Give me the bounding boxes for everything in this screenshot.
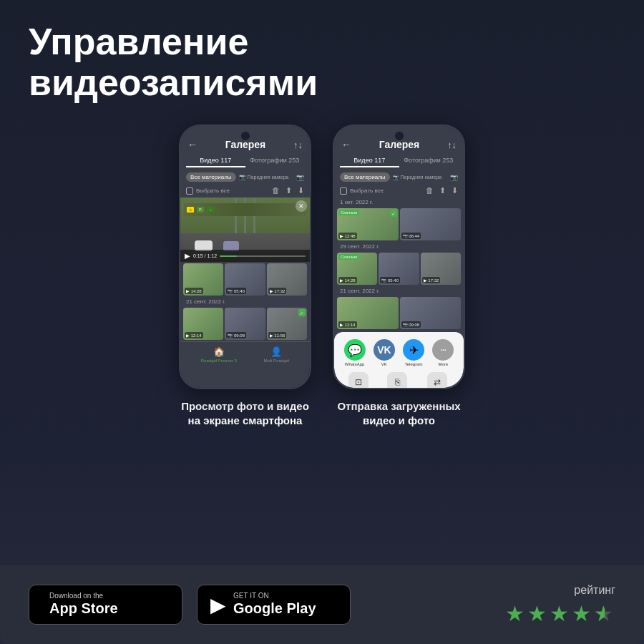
phone2-thumb-6[interactable]: ▶ 12:14 xyxy=(337,297,399,329)
phone2-downloading-badge2: Скачано xyxy=(338,254,359,260)
app-store-button[interactable]: Download on the App Store xyxy=(29,585,182,625)
phone1-tab-photos[interactable]: Фотографии 253 xyxy=(245,155,305,167)
google-play-icon: ▶ xyxy=(210,593,226,617)
share-action-transfer[interactable]: ⇄ Передатьна устройство xyxy=(426,372,449,388)
star-3: ★ xyxy=(550,601,569,626)
share-vk[interactable]: VK VK xyxy=(374,339,395,366)
phone2-thumb-1[interactable]: Скачано ✓ ▶ 12:48 xyxy=(337,208,399,240)
phone2-tabs: Видео 117 Фотографии 253 xyxy=(334,155,464,170)
phone2-thumb-row2: ▶ 14:28 Скачано 📷 05:40 ▶ 17:32 xyxy=(334,251,464,286)
phone2-thumb-2-label: 📷 06:44 xyxy=(401,233,421,239)
phone1-back[interactable]: ← xyxy=(187,139,197,150)
phone2-thumb-2[interactable]: 📷 06:44 xyxy=(400,208,462,240)
phone1-home-icon[interactable]: 🏠 xyxy=(213,346,225,357)
phone1-thumb-5[interactable]: 📷 09:08 xyxy=(225,308,265,340)
page: Управление видеозаписями ← Галерея ↑↓ xyxy=(0,0,644,644)
phone2-thumb-7-label: 📷 09:08 xyxy=(401,321,421,328)
phone1-footer-label1: Roadgid Premier 3 xyxy=(201,358,237,363)
phone1-sort-icon[interactable]: ↑↓ xyxy=(293,140,303,150)
phone1-thumb-6-label: ▶ 11:56 xyxy=(268,332,287,338)
phone2-back[interactable]: ← xyxy=(341,139,351,150)
phone2-thumb-3[interactable]: ▶ 14:28 Скачано xyxy=(337,253,377,285)
rating-section: рейтинг ★ ★ ★ ★ ★ ★ ★ xyxy=(505,584,615,626)
phone2-caption: Отправка загруженныхвидео и фото xyxy=(337,399,460,427)
phone2-share-icon[interactable]: ⬆ xyxy=(439,186,446,195)
phone1-section-date: 21 сент. 2022 г. xyxy=(180,297,310,306)
more-icon: ··· xyxy=(432,339,454,361)
phone1-thumb-row1: ▶ 14:28 📷 05:40 ▶ 17:32 xyxy=(180,262,310,297)
phone2-thumb-4-label: 📷 05:40 xyxy=(380,277,400,283)
phone1-share-icon[interactable]: ⬆ xyxy=(286,186,292,195)
phone1-thumb-2[interactable]: 📷 05:40 xyxy=(225,263,265,296)
share-action-copy[interactable]: ⎘ Скопировать xyxy=(386,372,408,388)
phone1-notch xyxy=(241,132,250,140)
phone1-progress-bar[interactable] xyxy=(220,255,306,257)
phone1-thumb-5-label: 📷 09:08 xyxy=(226,332,246,338)
phone2: ← Галерея ↑↓ Видео 117 Фотографии 253 Вс… xyxy=(333,125,465,389)
phone2-thumb-row3: ▶ 12:14 📷 09:08 xyxy=(334,296,464,331)
phone2-select-checkbox[interactable] xyxy=(340,187,347,195)
phone2-date1: 1 окт. 2022 г. xyxy=(334,197,464,207)
share-whatsapp[interactable]: 💬 WhatsApp xyxy=(344,339,366,366)
telegram-label: Telegram xyxy=(405,362,423,366)
phone1-filters: Все материалы 📷Передняя камера 📷 xyxy=(180,170,310,184)
phone1-delete-icon[interactable]: 🗑 xyxy=(272,186,280,195)
whatsapp-label: WhatsApp xyxy=(345,362,365,366)
phone1-download-icon[interactable]: ⬇ xyxy=(298,186,304,195)
phone2-delete-icon[interactable]: 🗑 xyxy=(426,186,434,195)
phone1-select-all-label: Выбрать все xyxy=(196,187,230,194)
phone2-date2: 29 сент. 2022 г. xyxy=(334,242,464,251)
phone1-select-checkbox[interactable] xyxy=(186,187,193,195)
phone1-video-player[interactable]: ⚠ П → ✕ ▶ 0:15 / 1:12 xyxy=(180,197,310,262)
phone2-sort-icon[interactable]: ↑↓ xyxy=(447,140,457,150)
phone1-profile-icon[interactable]: 👤 xyxy=(270,346,282,357)
phone2-filters: Все материалы 📷 Передняя камера 📷 xyxy=(334,170,464,184)
google-play-button[interactable]: ▶ GET IT ON Google Play xyxy=(197,585,351,625)
phones-area: ← Галерея ↑↓ Видео 117 Фотографии 253 Вс… xyxy=(0,117,644,565)
phone2-date3: 21 сент. 2022 г. xyxy=(334,286,464,296)
phone2-thumb-4[interactable]: 📷 05:40 xyxy=(379,253,419,285)
phone1-thumb-4[interactable]: ▶ 12:14 xyxy=(183,308,223,340)
phone2-filter-cam[interactable]: 📷 Передняя камера xyxy=(393,175,442,180)
phone1-thumb-1[interactable]: ▶ 14:28 xyxy=(183,263,223,296)
star-4: ★ xyxy=(572,601,591,626)
star-1: ★ xyxy=(505,601,525,626)
header-section: Управление видеозаписями xyxy=(0,0,644,117)
phone2-title: Галерея xyxy=(354,139,444,150)
phone2-thumb-1-check: ✓ xyxy=(390,210,397,217)
share-actions-row: ⊡ Скриншот ⎘ Скопировать ⇄ Передатьна ус… xyxy=(340,372,458,388)
share-action-screenshot[interactable]: ⊡ Скриншот xyxy=(348,372,369,388)
phone2-tab-video[interactable]: Видео 117 xyxy=(340,155,399,167)
phone2-screen: ← Галерея ↑↓ Видео 117 Фотографии 253 Вс… xyxy=(334,126,464,388)
phone2-download-icon[interactable]: ⬇ xyxy=(452,186,458,195)
phone1-tab-video[interactable]: Видео 117 xyxy=(186,155,245,167)
bottom-bar: Download on the App Store ▶ GET IT ON Go… xyxy=(0,565,644,644)
phone1-thumb-6[interactable]: ▶ 11:56 ✓ xyxy=(267,308,307,340)
phone2-thumb-7[interactable]: 📷 09:08 xyxy=(400,297,462,329)
vk-icon: VK xyxy=(374,339,395,361)
phone1-filter-cam[interactable]: 📷Передняя камера xyxy=(239,174,289,180)
stars-row: ★ ★ ★ ★ ★ ★ ★ xyxy=(505,601,615,626)
phone2-tab-photos[interactable]: Фотографии 253 xyxy=(399,155,459,167)
phone2-thumb-5-label: ▶ 17:32 xyxy=(422,277,441,283)
main-title: Управление видеозаписями xyxy=(29,21,615,103)
share-more[interactable]: ··· More xyxy=(432,339,454,366)
phone2-thumb-5[interactable]: ▶ 17:32 xyxy=(421,253,461,285)
phone1-screen: ← Галерея ↑↓ Видео 117 Фотографии 253 Вс… xyxy=(180,126,310,388)
phone2-toolbar: Выбрать все 🗑 ⬆ ⬇ xyxy=(334,184,464,197)
phone1-thumb-3[interactable]: ▶ 17:32 xyxy=(267,263,307,296)
phone1-play-btn[interactable]: ▶ xyxy=(185,252,190,260)
phone1: ← Галерея ↑↓ Видео 117 Фотографии 253 Вс… xyxy=(179,125,311,389)
telegram-icon: ✈ xyxy=(403,339,424,361)
phone2-downloading-badge: Скачано xyxy=(338,210,359,215)
phone1-progress-fill xyxy=(220,255,237,257)
phone1-filter-all[interactable]: Все материалы xyxy=(186,172,236,182)
phone2-thumb-1-label: ▶ 12:48 xyxy=(338,233,357,239)
phone2-header: ← Галерея ↑↓ xyxy=(334,126,464,155)
phone1-thumb-2-label: 📷 05:40 xyxy=(226,288,246,294)
phone2-share-sheet[interactable]: 💬 WhatsApp VK VK ✈ Tele xyxy=(334,332,464,388)
google-play-text: GET IT ON Google Play xyxy=(233,592,316,617)
phone1-thumb-4-label: ▶ 12:14 xyxy=(185,332,203,338)
phone2-filter-all[interactable]: Все материалы xyxy=(340,172,390,182)
share-telegram[interactable]: ✈ Telegram xyxy=(403,339,424,366)
